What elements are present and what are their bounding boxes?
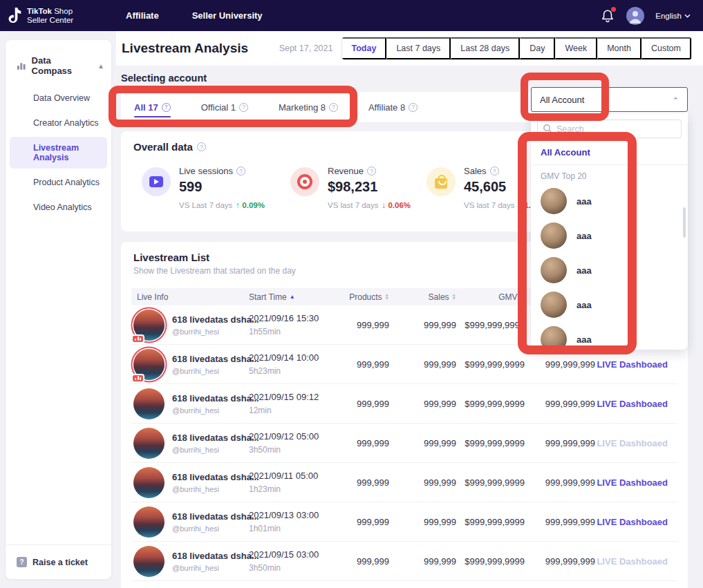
live-dashboard-link[interactable]: LIVE Dashboaed	[597, 359, 677, 370]
dropdown-option[interactable]: aaa	[531, 218, 688, 253]
help-icon[interactable]: ?	[490, 167, 499, 176]
account-tab[interactable]: All 17 ?	[134, 92, 171, 122]
sales-icon	[427, 167, 456, 196]
help-icon[interactable]: ?	[197, 142, 206, 151]
sort-icon: ▲▼	[521, 294, 525, 300]
nav-link-seller-university[interactable]: Seller University	[192, 10, 263, 21]
date-filter-bar: Sept 17, 2021 Today Last 7 days Last 28 …	[279, 37, 692, 60]
livestream-title: 618 livedatas dsha...	[172, 551, 259, 561]
help-icon[interactable]: ?	[162, 103, 171, 112]
table-row[interactable]: 618 livedatas dsha... @burrihi_hesi 2021…	[131, 384, 677, 424]
table-row[interactable]: 618 livedatas dsha... @burrihi_hesi 2021…	[131, 542, 677, 581]
account-avatar	[541, 292, 567, 318]
selecting-account-title: Selecting account	[121, 73, 207, 84]
livestream-thumbnail	[133, 467, 165, 498]
dropdown-option[interactable]: aaa	[531, 253, 688, 287]
help-icon[interactable]: ?	[236, 167, 245, 176]
duration: 1h01min	[249, 524, 346, 533]
help-icon[interactable]: ?	[367, 167, 376, 176]
help-icon[interactable]: ?	[239, 103, 248, 112]
search-input[interactable]	[537, 120, 682, 138]
logo-text: TikTok Shop Seller Center	[27, 7, 73, 25]
raise-a-ticket-label: Raise a ticket	[32, 558, 88, 567]
bar-chart-icon	[17, 61, 26, 70]
live-dashboard-link[interactable]: LIVE Dashboaed	[597, 517, 677, 527]
user-avatar[interactable]	[626, 7, 644, 25]
sidebar-section-data-compass[interactable]: Data Compass ▲	[6, 40, 111, 83]
livestream-handle: @burrihi_hesi	[172, 446, 259, 454]
dropdown-option[interactable]: aaa	[531, 287, 688, 322]
dropdown-option[interactable]: aaa	[531, 184, 688, 218]
livestream-handle: @burrihi_hesi	[172, 524, 259, 533]
date-range-button[interactable]: Last 7 days	[386, 37, 451, 59]
livestream-handle: @burrihi_hesi	[172, 485, 259, 493]
date-range-button[interactable]: Today	[342, 37, 386, 59]
date-range-button[interactable]: Month	[597, 37, 641, 59]
date-range-button[interactable]: Day	[520, 37, 555, 59]
sort-icon: ▲▼	[385, 294, 389, 300]
products-value: 999,999	[346, 438, 391, 448]
sales-value: 999,999	[391, 477, 458, 488]
sales-value: 999,999	[391, 359, 458, 370]
col-gmv[interactable]: GMV▲▼	[458, 292, 526, 302]
account-tab[interactable]: Official 1 ?	[201, 92, 248, 122]
extra-value: 999,999,999	[526, 517, 597, 527]
start-time: 2021/09/11 05:00	[249, 471, 346, 481]
col-products[interactable]: Products▲▼	[346, 292, 391, 302]
account-name: aaa	[577, 196, 592, 207]
chevron-up-icon[interactable]: ▲	[97, 62, 104, 70]
nav-link-affiliate[interactable]: Affiliate	[126, 10, 159, 21]
account-select[interactable]: All Account ⌃	[531, 87, 688, 112]
gmv-value: $999,999,9999	[458, 556, 526, 567]
live-dashboard-link[interactable]: LIVE Dashboaed	[597, 556, 677, 567]
dropdown-option[interactable]: aaa	[531, 322, 688, 357]
dropdown-option-all-account[interactable]: All Account	[531, 138, 688, 165]
account-name: aaa	[577, 334, 592, 345]
sidebar-section-label: Data Compass	[32, 55, 93, 76]
start-time: 2021/09/15 09:12	[249, 392, 346, 402]
livestream-title: 618 livedatas dsha...	[172, 472, 259, 482]
live-dashboard-link[interactable]: LIVE Dashboaed	[597, 399, 677, 409]
live-dashboard-link[interactable]: LIVE Dashboaed	[597, 438, 677, 448]
live-dashboard-link[interactable]: LIVE Dashboaed	[597, 477, 677, 488]
start-time: 2021/09/12 05:00	[249, 431, 346, 442]
duration: 12min	[249, 406, 346, 415]
page-title: Livestream Analysis	[122, 41, 248, 56]
livestream-title: 618 livedatas dsha...	[172, 354, 259, 364]
language-selector[interactable]: English	[655, 12, 691, 20]
account-tab[interactable]: Affiliate 8 ?	[368, 92, 418, 122]
date-range-button[interactable]: Last 28 days	[451, 37, 520, 59]
account-dropdown: All Account GMV Top 20 aaa aaa aaa aaa	[531, 114, 688, 350]
account-tab[interactable]: Marketing 8 ?	[279, 92, 338, 122]
account-avatar	[541, 326, 567, 352]
date-range-button[interactable]: Week	[555, 37, 597, 59]
sidebar-item[interactable]: Product Analytics	[10, 171, 107, 193]
start-time: 2021/09/14 10:00	[249, 352, 346, 363]
help-icon[interactable]: ?	[329, 103, 338, 112]
extra-value: 999,999,999	[526, 438, 597, 448]
live-badge-icon	[131, 334, 144, 343]
sidebar-item[interactable]: Creator Analytics	[10, 112, 107, 134]
col-sales[interactable]: Sales▲▼	[391, 292, 458, 302]
sidebar-item[interactable]: Livestream Analysis	[10, 137, 107, 169]
livestream-thumbnail	[133, 506, 165, 538]
help-icon[interactable]: ?	[409, 103, 418, 112]
table-row[interactable]: 618 livedatas dsha... @burrihi_hesi 2021…	[131, 502, 677, 542]
products-value: 999,999	[346, 517, 391, 527]
sidebar-item[interactable]: Video Analytics	[10, 196, 107, 218]
notification-bell-icon[interactable]	[600, 8, 615, 23]
table-row[interactable]: 618 livedatas dsha... @burrihi_hesi 2021…	[131, 424, 677, 463]
tiktok-shop-logo[interactable]: TikTok Shop Seller Center	[0, 7, 109, 25]
account-avatar	[541, 222, 567, 249]
date-range-button[interactable]: Custom	[641, 37, 691, 59]
dropdown-scrollbar[interactable]	[683, 207, 686, 238]
account-tab-label: Official 1	[201, 102, 236, 113]
sales-value: 999,999	[391, 399, 458, 409]
notification-dot	[611, 7, 616, 12]
account-name: aaa	[577, 265, 592, 276]
account-name: aaa	[577, 231, 592, 241]
col-start-time[interactable]: Start Time▲	[249, 292, 346, 302]
table-row[interactable]: 618 livedatas dsha... @burrihi_hesi 2021…	[131, 463, 677, 502]
sidebar-item[interactable]: Data Overview	[10, 87, 107, 109]
raise-a-ticket[interactable]: ? Raise a ticket	[6, 544, 111, 579]
